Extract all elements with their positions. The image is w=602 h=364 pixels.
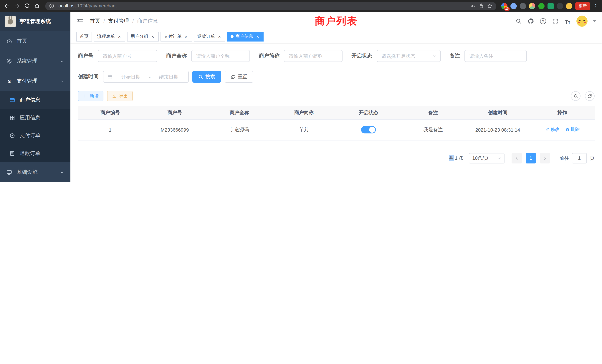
- end-date-input[interactable]: [153, 74, 185, 79]
- tab-pay-orders[interactable]: 支付订单 ×: [161, 32, 192, 41]
- status-select-input[interactable]: [381, 53, 436, 59]
- breadcrumb-payment[interactable]: 支付管理: [108, 18, 129, 24]
- start-date-input[interactable]: [115, 74, 147, 79]
- chevron-down-icon: [60, 59, 64, 63]
- url-text[interactable]: localhost:1024/pay/merchant: [57, 3, 117, 9]
- tab-close-icon[interactable]: ×: [150, 34, 155, 39]
- tab-merchant-info[interactable]: 商户信息 ×: [227, 32, 264, 41]
- sidebar-item-payment[interactable]: ¥ 支付管理: [0, 71, 70, 91]
- page-size-select[interactable]: 10条/页: [469, 153, 505, 163]
- avatar-caret-icon[interactable]: [593, 20, 596, 22]
- refresh-table-button[interactable]: [585, 91, 595, 101]
- search-icon[interactable]: [515, 18, 522, 24]
- tab-process-form[interactable]: 流程表单 ×: [94, 32, 125, 41]
- edit-link[interactable]: 修改: [545, 127, 559, 133]
- next-page-button[interactable]: [540, 153, 550, 163]
- green-grid-extension-icon[interactable]: [548, 3, 554, 9]
- col-header-short-name: 商户简称: [272, 106, 336, 119]
- cell-actions: 修改 删除: [530, 119, 595, 140]
- tab-close-icon[interactable]: ×: [183, 34, 189, 39]
- avatar-extension-icon[interactable]: [529, 3, 535, 9]
- green-check-extension-icon[interactable]: [538, 3, 545, 9]
- user-avatar[interactable]: [576, 16, 588, 27]
- breadcrumb-separator: /: [103, 18, 105, 24]
- merchant-no-input[interactable]: [103, 53, 152, 59]
- export-button[interactable]: 导出: [107, 91, 133, 101]
- sidebar-item-refund-orders[interactable]: 退款订单: [0, 145, 70, 162]
- tab-label: 支付订单: [164, 33, 182, 40]
- active-tab-dot: [231, 35, 234, 38]
- goto-page-input[interactable]: [572, 153, 587, 163]
- search-button[interactable]: 搜索: [192, 71, 221, 83]
- sidebar-item-pay-orders[interactable]: 支付订单: [0, 127, 70, 145]
- back-icon[interactable]: [4, 3, 10, 9]
- share-icon[interactable]: [479, 3, 484, 9]
- add-button[interactable]: 新增: [78, 91, 103, 101]
- delete-link[interactable]: 删除: [565, 127, 580, 133]
- menu-label: 应用信息: [20, 115, 40, 121]
- breadcrumb-home[interactable]: 首页: [90, 18, 100, 24]
- chevron-down-icon: [497, 156, 502, 160]
- forward-icon[interactable]: [14, 3, 20, 9]
- grid-icon: [9, 115, 15, 121]
- app-title: 芋道管理系统: [20, 18, 51, 25]
- date-range-picker[interactable]: -: [103, 71, 189, 83]
- github-icon[interactable]: [527, 18, 534, 24]
- reload-icon[interactable]: [24, 3, 30, 9]
- address-bar[interactable]: localhost:1024/pay/merchant: [45, 2, 496, 10]
- home-icon[interactable]: [34, 3, 40, 9]
- reset-button-label: 重置: [238, 73, 247, 80]
- tab-close-icon[interactable]: ×: [217, 34, 222, 39]
- col-header-created-at: 创建时间: [465, 106, 530, 119]
- remark-input[interactable]: [469, 53, 522, 59]
- drop-extension-icon[interactable]: [510, 3, 517, 9]
- filter-label: 商户号: [78, 53, 93, 59]
- breadcrumb-current: 商户信息: [137, 18, 158, 24]
- fullscreen-icon[interactable]: [552, 18, 559, 24]
- browser-menu-icon[interactable]: ⋮: [593, 3, 598, 9]
- tab-refund-orders[interactable]: 退款订单 ×: [194, 32, 225, 41]
- knot-extension-icon[interactable]: [557, 3, 563, 9]
- puzzle-extension-icon[interactable]: 10: [501, 3, 507, 9]
- page-number-button[interactable]: 1: [526, 153, 536, 163]
- reset-button[interactable]: 重置: [225, 71, 253, 83]
- dark-circle-extension-icon[interactable]: [520, 3, 526, 9]
- filter-remark: 备注: [450, 50, 527, 62]
- gear-icon: [6, 58, 12, 64]
- bookmark-star-icon[interactable]: [487, 3, 493, 9]
- tab-user-group[interactable]: 用户分组 ×: [127, 32, 159, 41]
- tab-home[interactable]: 首页: [76, 32, 92, 41]
- table-toolbar: 新增 导出: [78, 91, 595, 101]
- plus-icon: [83, 94, 87, 98]
- tab-close-icon[interactable]: ×: [117, 34, 122, 39]
- hamburger-icon[interactable]: [76, 17, 84, 25]
- emoji-extension-icon[interactable]: [566, 3, 572, 9]
- full-name-input[interactable]: [196, 53, 245, 59]
- sidebar-item-home[interactable]: 首页: [0, 31, 70, 51]
- tab-close-icon[interactable]: ×: [255, 34, 260, 39]
- sidebar-item-merchant-info[interactable]: 商户信息: [0, 91, 70, 109]
- site-info-icon[interactable]: [49, 3, 54, 9]
- help-icon[interactable]: ?: [540, 18, 546, 24]
- status-select[interactable]: [377, 50, 441, 62]
- filter-label: 创建时间: [78, 73, 99, 80]
- sidebar-item-system[interactable]: 系统管理: [0, 51, 70, 71]
- show-search-toggle-button[interactable]: [571, 91, 580, 101]
- status-toggle[interactable]: [361, 126, 376, 133]
- sidebar-item-infrastructure[interactable]: 基础设施: [0, 162, 70, 182]
- filter-label: 开启状态: [351, 53, 372, 59]
- filter-row-2: 创建时间 - 搜索: [78, 71, 595, 83]
- page-title-annotation: 商户列表: [315, 14, 358, 28]
- col-header-actions: 操作: [530, 106, 595, 119]
- menu-label: 支付管理: [17, 78, 37, 85]
- password-key-icon[interactable]: [470, 3, 476, 9]
- short-name-input[interactable]: [289, 53, 338, 59]
- browser-update-button[interactable]: 更新: [575, 2, 590, 10]
- screen: localhost:1024/pay/merchant 10 更新: [0, 0, 602, 182]
- prev-page-button[interactable]: [512, 153, 522, 163]
- app-logo[interactable]: 芋道管理系统: [0, 12, 70, 31]
- tab-label: 退款订单: [197, 33, 215, 40]
- tab-label: 流程表单: [97, 33, 115, 40]
- text-size-icon[interactable]: TT: [564, 18, 571, 24]
- sidebar-item-app-info[interactable]: 应用信息: [0, 109, 70, 127]
